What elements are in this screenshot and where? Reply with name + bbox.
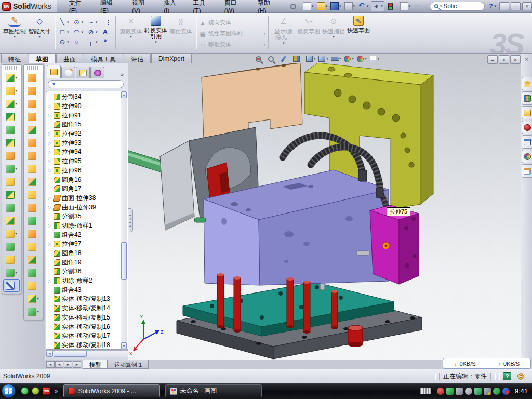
chevron-down-icon[interactable]: ▾ bbox=[381, 4, 383, 8]
toolbar-grip[interactable] bbox=[27, 66, 39, 70]
help-button[interactable]: ? bbox=[489, 3, 493, 10]
task-pane-tab[interactable] bbox=[522, 164, 532, 178]
chevron-down-icon[interactable]: ▾ bbox=[82, 20, 84, 24]
ribbon-button[interactable]: 修复草图 ▾ bbox=[296, 14, 321, 48]
minimize-button[interactable]: – bbox=[499, 2, 509, 10]
mold-tool-button[interactable]: ▾ bbox=[24, 188, 43, 201]
tree-vertical-scrollbar[interactable]: ▲ ▼ bbox=[121, 91, 127, 350]
chevron-down-icon[interactable]: ▾ bbox=[15, 271, 17, 275]
feature-tool-button[interactable]: ▾ bbox=[2, 84, 21, 97]
expander-icon[interactable]: ▷ bbox=[47, 159, 52, 164]
ribbon-button[interactable]: 智能尺寸 ▾ bbox=[27, 14, 52, 48]
chevron-down-icon[interactable]: ▾ bbox=[130, 35, 132, 39]
doc-restore-button[interactable]: ▫ bbox=[499, 55, 509, 64]
quick-launch-chevron[interactable]: » bbox=[55, 388, 58, 395]
scrollbar-thumb[interactable] bbox=[54, 351, 87, 357]
quick-tool-button[interactable]: ▾ bbox=[302, 2, 315, 11]
taskbar-window-button[interactable]: SolidWorks 2009 - ... bbox=[63, 384, 160, 397]
chevron-down-icon[interactable]: ▾ bbox=[15, 167, 17, 171]
mold-tool-button[interactable]: ▾ bbox=[24, 136, 43, 149]
feature-tool-button[interactable]: ▾ bbox=[2, 253, 21, 266]
sketch-entity-button[interactable]: ◠ ▾ bbox=[73, 28, 84, 36]
task-pane-tab[interactable] bbox=[522, 121, 532, 134]
feature-manager-tab[interactable] bbox=[90, 66, 104, 78]
feature-manager-tab[interactable] bbox=[61, 66, 75, 78]
ribbon-button[interactable]: 快速捕捉 ▾ bbox=[321, 14, 346, 48]
mold-tool-button[interactable]: ▾ bbox=[24, 123, 43, 136]
feature-tool-button[interactable]: ▾ bbox=[2, 110, 21, 123]
volume-icon[interactable] bbox=[465, 388, 472, 395]
tray-security-icon[interactable] bbox=[437, 388, 444, 395]
sketch-entity-button[interactable]: ▾ bbox=[102, 18, 112, 26]
mold-tool-button[interactable]: ▾ bbox=[24, 214, 43, 227]
feature-tool-button[interactable]: ▾ bbox=[2, 123, 21, 136]
quick-tool-button[interactable]: ▾ bbox=[288, 2, 301, 11]
mold-tool-button[interactable]: ▾ bbox=[24, 266, 43, 279]
feature-tool-button[interactable]: ▾ bbox=[3, 279, 20, 292]
chevron-down-icon[interactable]: ▾ bbox=[283, 41, 285, 45]
sketch-entity-button[interactable]: ╮ ▾ bbox=[87, 38, 98, 46]
chevron-down-icon[interactable]: ▾ bbox=[327, 57, 329, 61]
tray-health-icon[interactable] bbox=[493, 388, 500, 395]
mold-tool-button[interactable]: ▾ bbox=[24, 240, 43, 253]
messenger-icon[interactable] bbox=[21, 387, 29, 395]
restore-button[interactable]: ▫ bbox=[511, 2, 521, 10]
chevron-down-icon[interactable]: ▾ bbox=[15, 102, 17, 106]
mold-tool-button[interactable]: ▾ bbox=[24, 97, 43, 110]
mold-tool-button[interactable]: ▾ bbox=[24, 201, 43, 214]
expander-icon[interactable]: ▷ bbox=[47, 104, 52, 109]
chevron-down-icon[interactable]: ▾ bbox=[15, 76, 17, 80]
feature-manager-tab[interactable] bbox=[47, 65, 61, 78]
scroll-down-button[interactable]: ▼ bbox=[121, 342, 127, 349]
quick-tool-button[interactable]: ▾ bbox=[413, 2, 425, 11]
command-tab[interactable]: 评估 bbox=[124, 54, 151, 63]
mold-tool-button[interactable]: ▾ bbox=[24, 110, 43, 123]
view-tool-button[interactable]: ▾ bbox=[330, 54, 341, 63]
chevron-down-icon[interactable]: ▾ bbox=[67, 30, 69, 34]
chevron-down-icon[interactable]: ▾ bbox=[67, 20, 69, 24]
task-pane-close-icon[interactable]: × bbox=[523, 56, 531, 63]
tray-update-icon[interactable] bbox=[456, 388, 463, 395]
view-tool-button[interactable]: ▾ bbox=[368, 54, 380, 63]
chevron-down-icon[interactable]: ▾ bbox=[326, 4, 328, 8]
tray-sync-icon[interactable] bbox=[502, 388, 510, 395]
view-tool-button[interactable]: ▾ bbox=[355, 54, 367, 63]
chevron-down-icon[interactable]: ▾ bbox=[494, 4, 496, 8]
chevron-down-icon[interactable]: ▾ bbox=[96, 20, 98, 24]
feature-tool-button[interactable]: ▾ bbox=[2, 162, 21, 175]
task-pane-tab[interactable] bbox=[522, 106, 532, 119]
graphics-viewport[interactable]: Y Z X 拉伸75 ◂◂◂◂ bbox=[128, 63, 521, 360]
chevron-down-icon[interactable]: ▾ bbox=[38, 35, 41, 39]
chevron-down-icon[interactable]: ▾ bbox=[96, 40, 98, 44]
chevron-down-icon[interactable]: ▾ bbox=[440, 4, 442, 8]
mold-tool-button[interactable]: ▾ bbox=[24, 253, 43, 266]
chevron-down-icon[interactable]: ▾ bbox=[339, 4, 341, 8]
quick-tool-button[interactable]: ▾ bbox=[385, 2, 398, 11]
chevron-down-icon[interactable]: ▾ bbox=[155, 40, 157, 44]
document-tab[interactable]: 运动算例 1 bbox=[108, 360, 149, 369]
chevron-down-icon[interactable]: ▾ bbox=[314, 57, 316, 61]
feature-tool-button[interactable]: ▾ bbox=[2, 201, 21, 214]
mold-tool-button[interactable]: ▾ bbox=[24, 149, 43, 162]
chevron-down-icon[interactable]: ▾ bbox=[378, 57, 380, 61]
task-pane-tab[interactable] bbox=[522, 150, 532, 163]
mold-tool-button[interactable]: ▾ bbox=[24, 227, 43, 240]
network-warning-icon[interactable] bbox=[484, 388, 491, 395]
command-tab[interactable]: 特征 bbox=[1, 54, 28, 63]
tab-nav-button[interactable]: ◄ bbox=[55, 361, 63, 368]
scrollbar-thumb[interactable] bbox=[121, 242, 127, 280]
command-tab[interactable]: DimXpert bbox=[151, 54, 192, 63]
quick-tool-button[interactable]: ▾ bbox=[343, 2, 356, 11]
feature-tool-button[interactable]: ▾ bbox=[2, 97, 21, 110]
expander-icon[interactable]: ▷ bbox=[47, 242, 52, 246]
chevron-down-icon[interactable]: ▾ bbox=[15, 89, 17, 93]
sketch-entity-button[interactable]: A ▾ bbox=[102, 28, 112, 36]
task-pane-tab[interactable] bbox=[522, 77, 532, 90]
expander-icon[interactable]: ▷ bbox=[47, 150, 52, 154]
mold-tool-button[interactable]: ▾ bbox=[24, 175, 43, 188]
part-stop-pin[interactable] bbox=[348, 325, 363, 347]
sketch-entity-button[interactable]: □ ▾ bbox=[59, 28, 69, 36]
sketch-entity-button[interactable]: ○ ▾ bbox=[73, 38, 84, 46]
mold-tool-button[interactable]: ▾ bbox=[24, 162, 43, 175]
tab-nav-button[interactable]: ► bbox=[73, 361, 81, 368]
